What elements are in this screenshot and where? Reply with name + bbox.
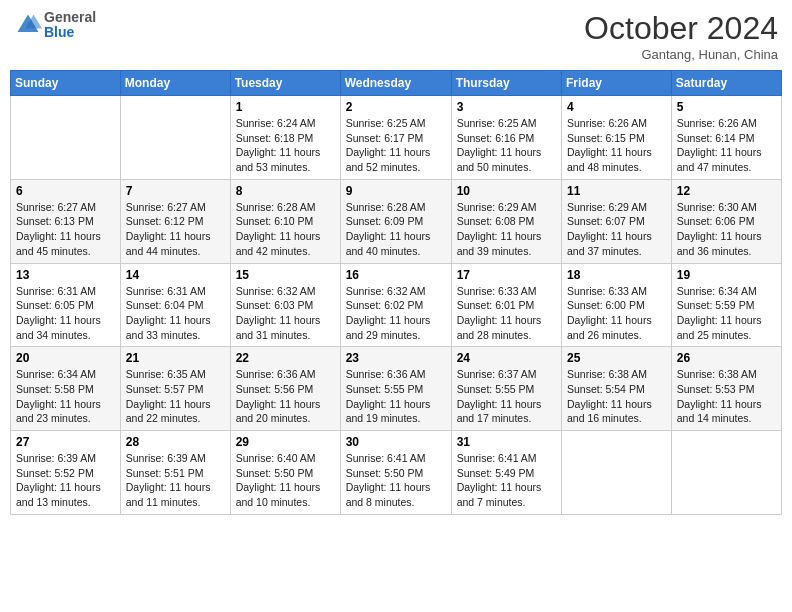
calendar-cell: 8Sunrise: 6:28 AMSunset: 6:10 PMDaylight… — [230, 179, 340, 263]
day-info: Sunrise: 6:38 AMSunset: 5:54 PMDaylight:… — [567, 367, 666, 426]
day-info: Sunrise: 6:35 AMSunset: 5:57 PMDaylight:… — [126, 367, 225, 426]
day-info: Sunrise: 6:32 AMSunset: 6:03 PMDaylight:… — [236, 284, 335, 343]
calendar-cell — [120, 96, 230, 180]
calendar-cell: 27Sunrise: 6:39 AMSunset: 5:52 PMDayligh… — [11, 431, 121, 515]
day-number: 14 — [126, 268, 225, 282]
logo-icon — [14, 11, 42, 39]
day-info: Sunrise: 6:33 AMSunset: 6:00 PMDaylight:… — [567, 284, 666, 343]
day-info: Sunrise: 6:39 AMSunset: 5:52 PMDaylight:… — [16, 451, 115, 510]
day-info: Sunrise: 6:36 AMSunset: 5:55 PMDaylight:… — [346, 367, 446, 426]
calendar-cell: 23Sunrise: 6:36 AMSunset: 5:55 PMDayligh… — [340, 347, 451, 431]
calendar-cell: 5Sunrise: 6:26 AMSunset: 6:14 PMDaylight… — [671, 96, 781, 180]
day-of-week-header: Wednesday — [340, 71, 451, 96]
month-title: October 2024 — [584, 10, 778, 47]
day-number: 16 — [346, 268, 446, 282]
day-of-week-header: Saturday — [671, 71, 781, 96]
day-info: Sunrise: 6:41 AMSunset: 5:50 PMDaylight:… — [346, 451, 446, 510]
day-number: 6 — [16, 184, 115, 198]
calendar-week-row: 27Sunrise: 6:39 AMSunset: 5:52 PMDayligh… — [11, 431, 782, 515]
day-number: 5 — [677, 100, 776, 114]
logo-blue-text: Blue — [44, 25, 96, 40]
calendar-header-row: SundayMondayTuesdayWednesdayThursdayFrid… — [11, 71, 782, 96]
calendar-cell: 21Sunrise: 6:35 AMSunset: 5:57 PMDayligh… — [120, 347, 230, 431]
calendar-cell: 11Sunrise: 6:29 AMSunset: 6:07 PMDayligh… — [562, 179, 672, 263]
calendar-cell — [11, 96, 121, 180]
day-number: 30 — [346, 435, 446, 449]
day-info: Sunrise: 6:30 AMSunset: 6:06 PMDaylight:… — [677, 200, 776, 259]
calendar-cell: 31Sunrise: 6:41 AMSunset: 5:49 PMDayligh… — [451, 431, 561, 515]
location: Gantang, Hunan, China — [584, 47, 778, 62]
day-info: Sunrise: 6:32 AMSunset: 6:02 PMDaylight:… — [346, 284, 446, 343]
day-number: 28 — [126, 435, 225, 449]
day-number: 4 — [567, 100, 666, 114]
day-info: Sunrise: 6:25 AMSunset: 6:16 PMDaylight:… — [457, 116, 556, 175]
calendar-cell: 29Sunrise: 6:40 AMSunset: 5:50 PMDayligh… — [230, 431, 340, 515]
day-info: Sunrise: 6:31 AMSunset: 6:04 PMDaylight:… — [126, 284, 225, 343]
day-number: 10 — [457, 184, 556, 198]
calendar-cell: 24Sunrise: 6:37 AMSunset: 5:55 PMDayligh… — [451, 347, 561, 431]
calendar-cell: 10Sunrise: 6:29 AMSunset: 6:08 PMDayligh… — [451, 179, 561, 263]
calendar-cell: 6Sunrise: 6:27 AMSunset: 6:13 PMDaylight… — [11, 179, 121, 263]
day-number: 19 — [677, 268, 776, 282]
calendar-cell: 17Sunrise: 6:33 AMSunset: 6:01 PMDayligh… — [451, 263, 561, 347]
calendar-cell: 2Sunrise: 6:25 AMSunset: 6:17 PMDaylight… — [340, 96, 451, 180]
calendar-week-row: 6Sunrise: 6:27 AMSunset: 6:13 PMDaylight… — [11, 179, 782, 263]
day-info: Sunrise: 6:28 AMSunset: 6:10 PMDaylight:… — [236, 200, 335, 259]
calendar-cell: 26Sunrise: 6:38 AMSunset: 5:53 PMDayligh… — [671, 347, 781, 431]
day-number: 12 — [677, 184, 776, 198]
day-info: Sunrise: 6:29 AMSunset: 6:07 PMDaylight:… — [567, 200, 666, 259]
day-number: 1 — [236, 100, 335, 114]
calendar-cell: 12Sunrise: 6:30 AMSunset: 6:06 PMDayligh… — [671, 179, 781, 263]
day-number: 23 — [346, 351, 446, 365]
calendar-cell: 18Sunrise: 6:33 AMSunset: 6:00 PMDayligh… — [562, 263, 672, 347]
day-of-week-header: Tuesday — [230, 71, 340, 96]
day-number: 18 — [567, 268, 666, 282]
calendar-week-row: 1Sunrise: 6:24 AMSunset: 6:18 PMDaylight… — [11, 96, 782, 180]
calendar-cell: 20Sunrise: 6:34 AMSunset: 5:58 PMDayligh… — [11, 347, 121, 431]
day-info: Sunrise: 6:29 AMSunset: 6:08 PMDaylight:… — [457, 200, 556, 259]
day-of-week-header: Friday — [562, 71, 672, 96]
calendar-cell: 19Sunrise: 6:34 AMSunset: 5:59 PMDayligh… — [671, 263, 781, 347]
day-number: 17 — [457, 268, 556, 282]
calendar-cell: 14Sunrise: 6:31 AMSunset: 6:04 PMDayligh… — [120, 263, 230, 347]
calendar-week-row: 13Sunrise: 6:31 AMSunset: 6:05 PMDayligh… — [11, 263, 782, 347]
calendar-table: SundayMondayTuesdayWednesdayThursdayFrid… — [10, 70, 782, 515]
day-info: Sunrise: 6:40 AMSunset: 5:50 PMDaylight:… — [236, 451, 335, 510]
day-info: Sunrise: 6:37 AMSunset: 5:55 PMDaylight:… — [457, 367, 556, 426]
day-number: 15 — [236, 268, 335, 282]
day-info: Sunrise: 6:25 AMSunset: 6:17 PMDaylight:… — [346, 116, 446, 175]
page-header: General Blue October 2024 Gantang, Hunan… — [10, 10, 782, 62]
day-info: Sunrise: 6:24 AMSunset: 6:18 PMDaylight:… — [236, 116, 335, 175]
day-info: Sunrise: 6:31 AMSunset: 6:05 PMDaylight:… — [16, 284, 115, 343]
day-of-week-header: Sunday — [11, 71, 121, 96]
calendar-cell: 3Sunrise: 6:25 AMSunset: 6:16 PMDaylight… — [451, 96, 561, 180]
day-info: Sunrise: 6:27 AMSunset: 6:13 PMDaylight:… — [16, 200, 115, 259]
calendar-cell: 9Sunrise: 6:28 AMSunset: 6:09 PMDaylight… — [340, 179, 451, 263]
day-number: 20 — [16, 351, 115, 365]
calendar-cell: 1Sunrise: 6:24 AMSunset: 6:18 PMDaylight… — [230, 96, 340, 180]
day-number: 8 — [236, 184, 335, 198]
day-number: 3 — [457, 100, 556, 114]
calendar-cell: 28Sunrise: 6:39 AMSunset: 5:51 PMDayligh… — [120, 431, 230, 515]
day-number: 24 — [457, 351, 556, 365]
day-number: 27 — [16, 435, 115, 449]
day-of-week-header: Monday — [120, 71, 230, 96]
day-number: 22 — [236, 351, 335, 365]
day-number: 9 — [346, 184, 446, 198]
calendar-cell: 22Sunrise: 6:36 AMSunset: 5:56 PMDayligh… — [230, 347, 340, 431]
day-info: Sunrise: 6:27 AMSunset: 6:12 PMDaylight:… — [126, 200, 225, 259]
day-info: Sunrise: 6:34 AMSunset: 5:58 PMDaylight:… — [16, 367, 115, 426]
day-number: 26 — [677, 351, 776, 365]
day-info: Sunrise: 6:26 AMSunset: 6:14 PMDaylight:… — [677, 116, 776, 175]
calendar-cell: 16Sunrise: 6:32 AMSunset: 6:02 PMDayligh… — [340, 263, 451, 347]
calendar-cell: 25Sunrise: 6:38 AMSunset: 5:54 PMDayligh… — [562, 347, 672, 431]
day-info: Sunrise: 6:33 AMSunset: 6:01 PMDaylight:… — [457, 284, 556, 343]
day-number: 2 — [346, 100, 446, 114]
day-info: Sunrise: 6:26 AMSunset: 6:15 PMDaylight:… — [567, 116, 666, 175]
title-section: October 2024 Gantang, Hunan, China — [584, 10, 778, 62]
logo: General Blue — [14, 10, 96, 41]
day-number: 29 — [236, 435, 335, 449]
calendar-cell — [562, 431, 672, 515]
calendar-cell: 4Sunrise: 6:26 AMSunset: 6:15 PMDaylight… — [562, 96, 672, 180]
day-number: 13 — [16, 268, 115, 282]
